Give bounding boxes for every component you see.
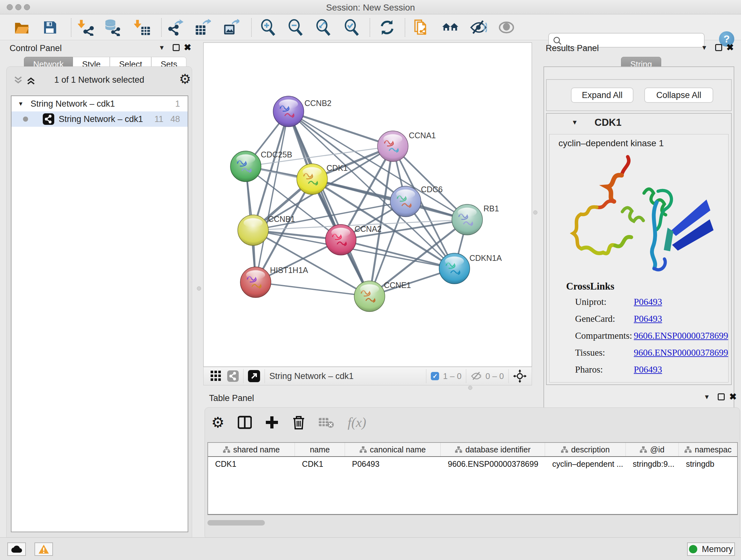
- open-session-button[interactable]: [13, 19, 30, 36]
- results-panel-title: Results Panel: [546, 44, 599, 53]
- horizontal-splitter-handle[interactable]: [468, 386, 472, 390]
- warnings-button[interactable]: [35, 543, 53, 556]
- table-panel-menu-caret[interactable]: ▼: [704, 393, 710, 401]
- current-network-dot-icon: [23, 117, 28, 122]
- node-label-CCNA2: CCNA2: [354, 225, 382, 233]
- column-header[interactable]: shared name: [208, 443, 295, 456]
- network-edge-CCNB2-HIST1H1A[interactable]: [256, 111, 288, 282]
- collapse-all-icon[interactable]: [14, 76, 24, 85]
- network-edge-HIST1H1A-CCNE1[interactable]: [256, 282, 369, 296]
- crosslink-tissues-link[interactable]: 9606.ENSP00000378699: [634, 348, 728, 358]
- save-session-button[interactable]: [42, 19, 59, 36]
- crosslink-uniprot-link[interactable]: P06493: [634, 297, 662, 307]
- cell-namespace[interactable]: stringdb: [679, 457, 737, 471]
- network-badge-icon[interactable]: [227, 370, 239, 382]
- node-label-CDC25B: CDC25B: [261, 150, 292, 159]
- collapse-all-button[interactable]: Collapse All: [644, 87, 713, 103]
- network-node-CDC25B[interactable]: CDC25B: [230, 150, 292, 182]
- network-collection-row[interactable]: ▼ String Network – cdk1 1: [11, 96, 188, 111]
- gene-description: cyclin–dependent kinase 1: [558, 138, 664, 148]
- results-panel-float-button[interactable]: [715, 44, 722, 51]
- string-home-button[interactable]: [442, 19, 459, 36]
- column-header[interactable]: canonical name: [345, 443, 441, 456]
- hide-unselected-button[interactable]: [470, 19, 487, 36]
- right-splitter-handle[interactable]: [533, 210, 537, 214]
- table-panel-float-button[interactable]: [718, 393, 725, 400]
- network-node-RB1[interactable]: RB1: [452, 204, 499, 235]
- crosslink-compartments-link[interactable]: 9606.ENSP00000378699: [634, 330, 728, 341]
- selected-checkbox-icon[interactable]: ✓: [431, 372, 439, 380]
- horizontal-scrollbar[interactable]: [207, 520, 265, 525]
- cell-name[interactable]: CDK1: [295, 457, 345, 471]
- column-header[interactable]: database identifier: [441, 443, 545, 456]
- string-documents-icon: [413, 19, 430, 36]
- table-gear-icon[interactable]: ⚙: [211, 414, 224, 431]
- function-builder-icon[interactable]: f(x): [347, 415, 366, 430]
- crosslink-pharos-link[interactable]: P06493: [634, 364, 662, 375]
- zoom-selected-button[interactable]: [343, 19, 360, 36]
- export-image-button[interactable]: [222, 19, 240, 36]
- expand-collapse-box: Expand All Collapse All: [546, 79, 732, 111]
- import-network-from-database-button[interactable]: [104, 19, 121, 36]
- string-documents-button[interactable]: [413, 19, 430, 36]
- cell-shared-name[interactable]: CDK1: [208, 457, 295, 471]
- control-panel-float-button[interactable]: [173, 44, 180, 51]
- hidden-eye-slash-icon[interactable]: [471, 371, 482, 381]
- show-graphics-details-button[interactable]: [498, 19, 515, 36]
- memory-status-dot: [689, 545, 697, 553]
- network-graph[interactable]: CCNB2CCNA1CDC25BCDK1CDC6RB1CCNB1CCNA2CDK…: [204, 43, 532, 367]
- network-node-CCNA1[interactable]: CCNA1: [378, 131, 436, 162]
- toolbar-separator: [71, 18, 71, 37]
- delete-table-icon[interactable]: [319, 417, 334, 428]
- column-header[interactable]: description: [545, 443, 625, 456]
- eye-slash-icon: [470, 19, 487, 36]
- tree-expand-caret[interactable]: ▼: [18, 101, 23, 107]
- expand-all-icon[interactable]: [26, 76, 37, 85]
- export-network-button[interactable]: [166, 19, 184, 36]
- network-row[interactable]: String Network – cdk1 11 48: [11, 111, 188, 127]
- import-table-button[interactable]: [134, 19, 151, 36]
- crosslink-genecard-link[interactable]: P06493: [634, 314, 662, 324]
- left-splitter-handle[interactable]: [197, 287, 201, 291]
- main-toolbar: ?: [0, 14, 741, 40]
- network-node-CCNA2[interactable]: CCNA2: [326, 225, 382, 255]
- cell-database-identifier[interactable]: 9606.ENSP00000378699: [441, 457, 545, 471]
- control-panel-menu-caret[interactable]: ▼: [158, 44, 165, 51]
- zoom-in-button[interactable]: [259, 19, 277, 36]
- results-panel-menu-caret[interactable]: ▼: [701, 44, 708, 51]
- network-node-CDK1[interactable]: CDK1: [297, 164, 348, 194]
- refresh-button[interactable]: [379, 19, 396, 36]
- network-options-gear-icon[interactable]: ⚙: [179, 71, 191, 87]
- memory-button[interactable]: Memory: [687, 543, 735, 556]
- show-columns-icon[interactable]: [238, 415, 252, 429]
- column-header[interactable]: namespac: [679, 443, 737, 456]
- open-in-window-icon[interactable]: [248, 370, 260, 382]
- network-canvas[interactable]: CCNB2CCNA1CDC25BCDK1CDC6RB1CCNB1CCNA2CDK…: [203, 43, 532, 367]
- delete-column-icon[interactable]: [292, 415, 306, 429]
- network-edge-CCNB2-CCNA1[interactable]: [288, 111, 393, 146]
- cell-description[interactable]: cyclin–dependent ...: [545, 457, 625, 471]
- cloud-status-button[interactable]: [7, 543, 26, 556]
- column-header[interactable]: name: [295, 443, 345, 456]
- cell-canonical-name[interactable]: P06493: [345, 457, 441, 471]
- zoom-out-button[interactable]: [287, 19, 304, 36]
- expand-all-button[interactable]: Expand All: [571, 87, 633, 103]
- import-network-button[interactable]: [77, 19, 95, 36]
- network-node-HIST1H1A[interactable]: HIST1H1A: [240, 266, 308, 298]
- birds-eye-grid-icon[interactable]: [211, 371, 221, 381]
- column-header[interactable]: @id: [626, 443, 679, 456]
- gene-collapse-caret[interactable]: ▼: [571, 119, 578, 126]
- network-type-icon: [43, 113, 54, 125]
- export-table-button[interactable]: [194, 19, 211, 36]
- control-panel-close-button[interactable]: ✖: [184, 42, 191, 53]
- crosshair-icon[interactable]: [513, 369, 527, 383]
- table-panel-close-button[interactable]: ✖: [729, 391, 737, 402]
- add-column-icon[interactable]: [265, 416, 279, 429]
- toolbar-separator: [251, 18, 252, 37]
- results-panel-close-button[interactable]: ✖: [726, 42, 734, 53]
- cell-id[interactable]: stringdb:9...: [626, 457, 679, 471]
- network-node-CDKN1A[interactable]: CDKN1A: [439, 253, 502, 284]
- zoom-fit-button[interactable]: [315, 19, 332, 36]
- table-row[interactable]: CDK1 CDK1 P06493 9606.ENSP00000378699 cy…: [208, 457, 737, 471]
- gene-section-header[interactable]: ▼ CDK1: [547, 114, 731, 134]
